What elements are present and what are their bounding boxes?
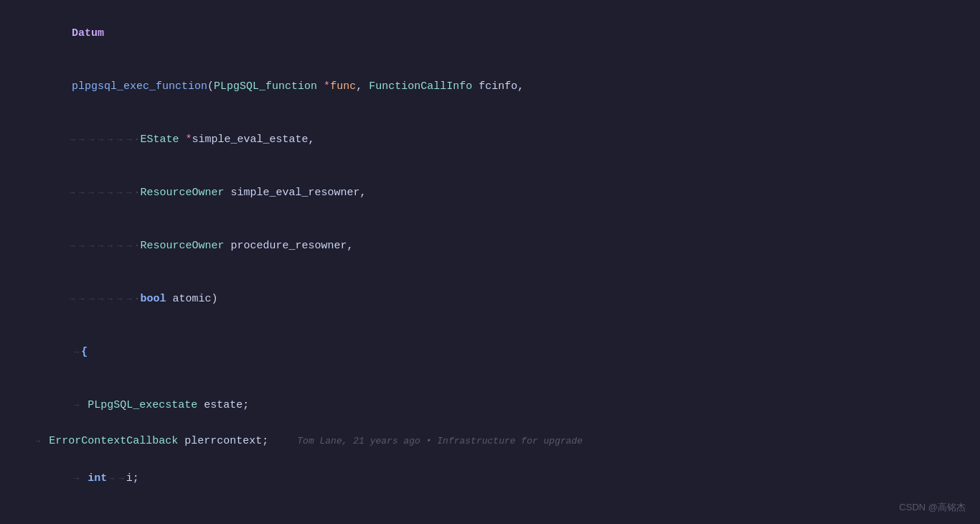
git-blame: Tom Lane, 21 years ago • Infrastructure … (297, 434, 583, 449)
punct: ( (207, 80, 214, 93)
line-param-bool: →→→→→→→·bool atomic) (0, 273, 980, 326)
content-func-sig: plpgsql_exec_function(PLpgSQL_function *… (26, 61, 980, 113)
content-errctx: → ErrorContextCallback plerrcontext; Tom… (26, 433, 980, 450)
content-param-bool: →→→→→→→·bool atomic) (26, 273, 980, 325)
content-brace: →{ (26, 327, 980, 378)
content-param-resowner2: →→→→→→→·ResourceOwner procedure_resowner… (26, 220, 980, 272)
line-int-rc: → int→→rc; (0, 505, 980, 524)
content-execstate: → PLpgSQL_execstate estate; (26, 380, 980, 431)
content-int-i: → int→→i; (26, 453, 980, 505)
content-int-rc: → int→→rc; (26, 506, 980, 524)
keyword-int-i: int (88, 472, 107, 485)
content-param-resowner1: →→→→→→→·ResourceOwner simple_eval_resown… (26, 167, 980, 219)
line-datum: Datum (0, 7, 980, 60)
line-param-estate: →→→→→→→·EState *simple_eval_estate, (0, 113, 980, 167)
line-func-sig: plpgsql_exec_function(PLpgSQL_function *… (0, 60, 980, 113)
line-execstate: → PLpgSQL_execstate estate; (0, 379, 980, 432)
content-param-estate: →→→→→→→·EState *simple_eval_estate, (26, 114, 980, 166)
code-container: Datum plpgsql_exec_function(PLpgSQL_func… (0, 0, 980, 524)
line-param-resowner2: →→→→→→→·ResourceOwner procedure_resowner… (0, 220, 980, 273)
type-plpgsql: PLpgSQL_function (214, 80, 317, 93)
content-datum: Datum (26, 8, 980, 60)
line-int-i: → int→→i; (0, 452, 980, 505)
watermark: CSDN @高铭杰 (899, 500, 966, 515)
line-errctx: → ErrorContextCallback plerrcontext; Tom… (0, 432, 980, 452)
line-open-brace: →{ (0, 326, 980, 379)
func-name: plpgsql_exec_function (72, 80, 207, 93)
datum-keyword: Datum (72, 27, 104, 39)
line-param-resowner1: →→→→→→→·ResourceOwner simple_eval_resown… (0, 167, 980, 220)
open-brace: { (81, 346, 88, 358)
